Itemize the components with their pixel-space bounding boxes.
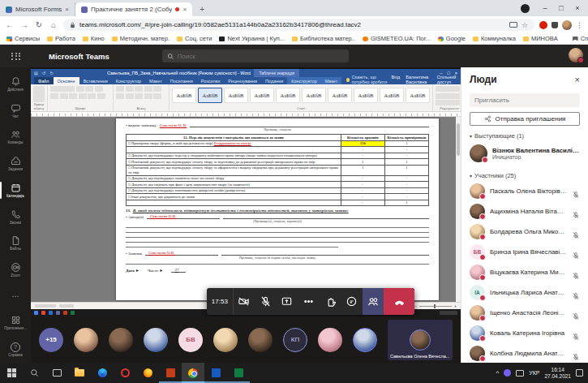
ribbon-tab-file[interactable]: Файл bbox=[34, 77, 54, 84]
start-button[interactable] bbox=[0, 363, 23, 383]
participant-video-avatar[interactable] bbox=[144, 328, 168, 352]
tab-media-icon[interactable] bbox=[509, 22, 517, 28]
bookmark-item[interactable]: МИНОВА bbox=[523, 35, 558, 42]
paste-button[interactable] bbox=[33, 86, 45, 102]
participant-row[interactable]: Болдарева Ольга Миколаїв... bbox=[470, 222, 580, 242]
mic-off-button[interactable] bbox=[255, 288, 277, 315]
browser-profile-badge[interactable] bbox=[521, 4, 530, 13]
active-speaker-tile[interactable]: Савельєва Олена Вячесла... bbox=[388, 320, 453, 360]
extensions-pin-icon[interactable] bbox=[552, 22, 558, 28]
rail-item-help[interactable]: ? Справка bbox=[0, 336, 31, 363]
new-tab-button[interactable]: + bbox=[195, 2, 208, 15]
zoom-slider[interactable] bbox=[419, 306, 452, 307]
file-explorer-button[interactable] bbox=[68, 363, 91, 383]
tab-close-icon[interactable]: × bbox=[65, 6, 69, 13]
reading-list-button[interactable]: Список для чтения bbox=[573, 35, 588, 42]
participant-video-avatar[interactable] bbox=[353, 328, 377, 352]
style-chip[interactable]: АаБбВ bbox=[224, 88, 248, 103]
raise-hand-button[interactable] bbox=[320, 288, 341, 315]
language-indicator[interactable]: УКР bbox=[529, 370, 539, 376]
reload-icon[interactable]: ↻ bbox=[34, 20, 44, 29]
rail-item-teams[interactable]: Команды bbox=[0, 123, 31, 150]
participant-video-avatar[interactable] bbox=[74, 328, 98, 352]
sign-in-label[interactable]: Вхід bbox=[391, 75, 400, 84]
style-chip[interactable]: АаБбВ bbox=[172, 88, 196, 103]
zoom-control[interactable]: – + bbox=[414, 303, 457, 308]
browser-avatar[interactable] bbox=[562, 20, 572, 30]
more-options-button[interactable] bbox=[298, 288, 320, 315]
participant-video-avatar[interactable] bbox=[109, 328, 133, 352]
ribbon-tab-insert[interactable]: Вставлення bbox=[79, 77, 112, 84]
tab-close-icon[interactable]: × bbox=[182, 6, 187, 13]
action-center-icon[interactable] bbox=[576, 369, 583, 377]
adblock-extension-icon[interactable] bbox=[539, 21, 547, 29]
bookmark-item[interactable]: Сервисы bbox=[6, 35, 40, 42]
home-icon[interactable]: ⌂ bbox=[49, 20, 58, 29]
ribbon-tab-layout[interactable]: Макет bbox=[145, 77, 166, 84]
send-invite-button[interactable]: Отправка приглашения bbox=[470, 112, 580, 126]
rail-item-files[interactable]: Файлы bbox=[0, 230, 31, 256]
organizer-row[interactable]: Візнюк Валентина Василівна Инициатор bbox=[470, 141, 580, 166]
chat-button[interactable] bbox=[341, 288, 363, 315]
quick-access-toolbar[interactable]: ▤ ↺ ↻ bbox=[34, 71, 55, 75]
ribbon-tab-references[interactable]: Посилання bbox=[166, 77, 197, 84]
document-page[interactable]: • видати заявнику Савельєва О. В. Прізви… bbox=[116, 118, 439, 300]
bookmark-item[interactable]: Кино bbox=[83, 35, 105, 42]
invite-input[interactable] bbox=[470, 93, 580, 107]
tray-expand-icon[interactable]: ^ bbox=[496, 369, 499, 377]
network-icon[interactable] bbox=[516, 370, 524, 377]
rail-item-chat[interactable]: Чат bbox=[0, 97, 31, 124]
participant-row[interactable]: ІА Ільницька Лариса Анатолії... bbox=[470, 282, 580, 303]
share-screen-button[interactable] bbox=[277, 288, 298, 315]
taskbar-search-button[interactable] bbox=[23, 363, 45, 383]
bookmark-item[interactable]: Работа bbox=[47, 35, 75, 42]
app-launcher-icon[interactable] bbox=[6, 46, 26, 66]
bookmark-item[interactable]: GISMETEO.UA: Пог... bbox=[363, 35, 431, 42]
participants-button[interactable] bbox=[363, 288, 384, 315]
style-chip[interactable]: АаБбВ bbox=[328, 88, 352, 103]
style-chip[interactable]: АаБбВ bbox=[302, 88, 326, 103]
browser-tab-forms[interactable]: Microsoft Forms × bbox=[0, 2, 75, 16]
hang-up-button[interactable] bbox=[384, 288, 414, 315]
forward-icon[interactable]: → bbox=[19, 20, 29, 29]
participant-video-avatar[interactable] bbox=[213, 328, 238, 352]
rail-item-calls[interactable]: Звонки bbox=[0, 204, 31, 230]
browser-menu-icon[interactable]: ⋮ bbox=[576, 21, 583, 29]
close-button[interactable]: × bbox=[570, 4, 585, 12]
ribbon-tab-review[interactable]: Рецензування bbox=[224, 77, 261, 84]
participant-row[interactable]: Коваль Катерина Ігорівна bbox=[470, 323, 580, 343]
viber-icon[interactable] bbox=[504, 369, 511, 377]
rail-item-activity[interactable]: Действия bbox=[0, 71, 31, 97]
rail-item-zoom-app[interactable]: Zoom bbox=[0, 256, 31, 283]
powerpoint-button[interactable] bbox=[159, 363, 182, 383]
ribbon-tab-design[interactable]: Конструктор bbox=[112, 77, 145, 84]
clock[interactable]: 16:14 27.04.2021 bbox=[544, 367, 571, 380]
minimize-button[interactable]: – bbox=[538, 4, 552, 12]
excel-button[interactable] bbox=[227, 363, 250, 383]
participant-initials-avatar[interactable]: БВ bbox=[178, 328, 203, 352]
tell-me-box[interactable]: Скажіть, що потрібно зробити bbox=[346, 75, 391, 84]
speakers-section-header[interactable]: ▾ Выступающие (1) bbox=[470, 132, 580, 140]
chrome-button[interactable] bbox=[182, 363, 204, 383]
editing-controls[interactable] bbox=[436, 86, 463, 105]
ribbon-tab-table-design[interactable]: Конструктор bbox=[287, 77, 320, 84]
opera-button[interactable] bbox=[114, 363, 136, 383]
zoom-out-icon[interactable]: – bbox=[414, 303, 417, 308]
participant-row[interactable]: Паскаль Олена Вікторівна bbox=[470, 181, 580, 201]
ribbon-tab-table-layout[interactable]: Макет bbox=[321, 77, 342, 84]
bookmark-item[interactable]: Google bbox=[438, 35, 466, 42]
bookmark-item[interactable]: Коммуналка bbox=[473, 35, 516, 42]
share-button[interactable]: Спільний доступ bbox=[437, 75, 457, 84]
ribbon-tab-home[interactable]: Основне bbox=[54, 77, 79, 84]
participant-row[interactable]: Віцукаєва Катерина Михай... bbox=[470, 262, 580, 282]
scrollbar-thumb[interactable] bbox=[457, 123, 460, 156]
style-chip[interactable]: АаБбВ bbox=[354, 88, 378, 103]
style-chip[interactable]: АаБбВ bbox=[406, 88, 430, 103]
rail-item-apps[interactable]: Приложени... bbox=[0, 310, 31, 337]
maximize-button[interactable]: □ bbox=[554, 4, 569, 12]
participant-row[interactable]: Іщенко Анастасія Леонідівна bbox=[470, 303, 580, 323]
font-controls[interactable] bbox=[50, 86, 110, 99]
style-chip[interactable]: АаБбВ bbox=[276, 88, 300, 103]
camera-off-button[interactable] bbox=[234, 288, 255, 315]
teams-search-box[interactable] bbox=[162, 49, 349, 62]
